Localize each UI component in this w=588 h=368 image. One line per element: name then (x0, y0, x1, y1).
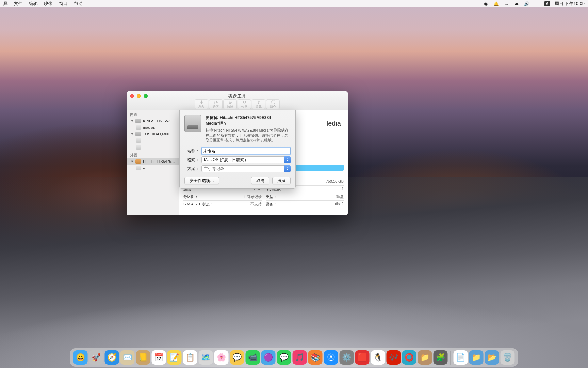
dock-safari[interactable]: 🧭 (105, 350, 119, 365)
toolbar-分区: ◔分区 (209, 99, 223, 109)
status-volume-icon[interactable]: 🔊 (524, 1, 529, 6)
status-record-icon[interactable]: ◉ (483, 1, 489, 6)
toolbar-label: 装载 (256, 105, 262, 109)
dock-mail[interactable]: ✉️ (120, 350, 135, 365)
dock-photos[interactable]: 🌸 (214, 350, 229, 365)
info-value: 磁盘 (336, 194, 344, 199)
info-value: 1 (342, 187, 344, 192)
volume-label: -- (143, 166, 145, 170)
chevron-updown-icon (284, 165, 291, 172)
info-row: 分区图主引导记录 (183, 193, 262, 201)
cancel-button[interactable]: 取消 (251, 177, 270, 184)
info-key: S.M.A.R.T. 状态 (183, 202, 214, 207)
sheet-heading: 要抹掉“Hitachi HTS547575A9E384 Media”吗？ (206, 115, 291, 126)
disclosure-triangle-icon[interactable]: ▼ (131, 160, 133, 163)
security-options-button[interactable]: 安全性选项… (184, 177, 219, 184)
format-value: Mac OS 扩展（日志式） (201, 156, 291, 163)
disclosure-triangle-icon[interactable]: ▼ (131, 119, 133, 123)
toolbar-恢复: ↻恢复 (238, 99, 251, 109)
menu-2[interactable]: 编辑 (29, 1, 38, 7)
dock-launchpad[interactable]: 🚀 (89, 350, 103, 365)
sidebar-volume[interactable]: -- (127, 165, 179, 171)
info-value: 主引导记录 (243, 194, 262, 199)
status-wifi-icon[interactable]: ⌔ (534, 1, 540, 6)
dock-reminders[interactable]: 📋 (183, 350, 197, 365)
status-notify-icon[interactable]: 🔔 (493, 1, 499, 6)
status-ime-icon[interactable]: A (544, 1, 550, 6)
disk-icon (135, 159, 141, 164)
toolbar-icon: ⇪ (257, 100, 261, 104)
dock-netease[interactable]: 🎶 (387, 350, 401, 365)
sidebar: 内置 ▼KINGSTON SV300…mac os▼TOSHIBA Q300. … (127, 110, 179, 215)
disclosure-triangle-icon[interactable]: ▼ (131, 132, 133, 136)
sidebar-disk[interactable]: ▼TOSHIBA Q300. M… (127, 131, 179, 137)
sidebar-header-external: 外置 (127, 151, 179, 158)
name-input[interactable] (201, 148, 291, 154)
dock-finder[interactable]: 😀 (74, 350, 88, 365)
dock-qq[interactable]: 🐧 (371, 350, 385, 365)
dock-facetime[interactable]: 📹 (246, 350, 260, 365)
dock-app1[interactable]: 🟥 (355, 350, 370, 365)
dock-pages[interactable]: 📄 (454, 350, 468, 365)
name-label: 名称 (184, 148, 201, 154)
dock-calendar[interactable]: 📅 (152, 350, 166, 365)
dock-folder[interactable]: 📁 (469, 350, 484, 365)
toolbar-label: 急救 (198, 105, 205, 109)
dock-ibooks[interactable]: 📚 (308, 350, 323, 365)
menubar-clock[interactable]: 周日 下午10:09 (555, 1, 585, 7)
dock-appstore[interactable]: Ⓐ (324, 350, 338, 365)
dock-folder2[interactable]: 📂 (485, 350, 499, 365)
wallpaper-snow (0, 218, 588, 368)
info-key: 设备 (266, 202, 277, 207)
menubar: 具文件编辑映像窗口帮助 ◉ 🔔 ᯾ ⏏ 🔊 ⌔ A 周日 下午10:09 (0, 0, 588, 7)
toolbar-icon: ⓘ (271, 100, 275, 104)
disk-icon (135, 132, 141, 136)
volume-icon (136, 125, 141, 130)
scheme-select[interactable]: 主引导记录 (201, 165, 291, 172)
dock-messages-y[interactable]: 💬 (230, 350, 244, 365)
info-key: 分区图 (183, 194, 198, 199)
sidebar-volume[interactable]: -- (127, 137, 179, 144)
status-bird-icon[interactable]: ᯾ (504, 1, 509, 6)
dock-maps[interactable]: 🗺️ (199, 350, 213, 365)
dock-messages[interactable]: 💬 (277, 350, 291, 365)
info-value: disk2 (335, 202, 344, 207)
info-row: S.M.A.R.T. 状态不支持 (183, 201, 262, 208)
format-select[interactable]: Mac OS 扩展（日志式） (201, 156, 291, 163)
dock-trash[interactable]: 🗑️ (501, 350, 515, 365)
dock-siri[interactable]: 🟣 (261, 350, 276, 365)
disk-label: TOSHIBA Q300. M… (143, 132, 176, 136)
volume-label: -- (143, 145, 145, 149)
dock-prefs[interactable]: ⚙️ (340, 350, 354, 365)
menu-1[interactable]: 文件 (14, 1, 23, 7)
dock-app4[interactable]: 🧩 (434, 350, 448, 365)
dock-notes[interactable]: 📝 (167, 350, 182, 365)
menu-4[interactable]: 窗口 (59, 1, 68, 7)
sidebar-volume[interactable]: mac os (127, 124, 179, 131)
sidebar-volume[interactable]: -- (127, 144, 179, 151)
sidebar-disk[interactable]: ▼Hitachi HTS54757… (127, 158, 179, 165)
sidebar-disk[interactable]: ▼KINGSTON SV300… (127, 118, 179, 124)
close-button[interactable] (130, 94, 134, 98)
toolbar-icon: ↻ (243, 100, 246, 104)
toolbar-icon: ◔ (214, 100, 218, 104)
dock-itunes[interactable]: 🎵 (293, 350, 307, 365)
disk-label: KINGSTON SV300… (143, 119, 176, 123)
dock-app2[interactable]: ⭕ (402, 350, 416, 365)
minimize-button[interactable] (137, 94, 141, 98)
toolbar-label: 抹掉 (227, 105, 233, 109)
sheet-description: 抹掉“Hitachi HTS547575A9E384 Media”将删除储存在上… (206, 128, 291, 143)
menu-0[interactable]: 具 (3, 1, 8, 7)
scheme-label: 方案 (184, 166, 201, 172)
info-value: 750.16 GB (326, 179, 344, 184)
erase-button[interactable]: 抹掉 (272, 177, 291, 184)
toolbar-icon: ✚ (200, 100, 203, 104)
dock-app3[interactable]: 📁 (418, 350, 432, 365)
dock-separator (451, 351, 451, 365)
menu-3[interactable]: 映像 (44, 1, 53, 7)
dock-contacts[interactable]: 📒 (136, 350, 150, 365)
zoom-button[interactable] (144, 94, 148, 98)
status-eject-icon[interactable]: ⏏ (514, 1, 519, 6)
menu-5[interactable]: 帮助 (74, 1, 83, 7)
format-label: 格式 (184, 157, 201, 163)
